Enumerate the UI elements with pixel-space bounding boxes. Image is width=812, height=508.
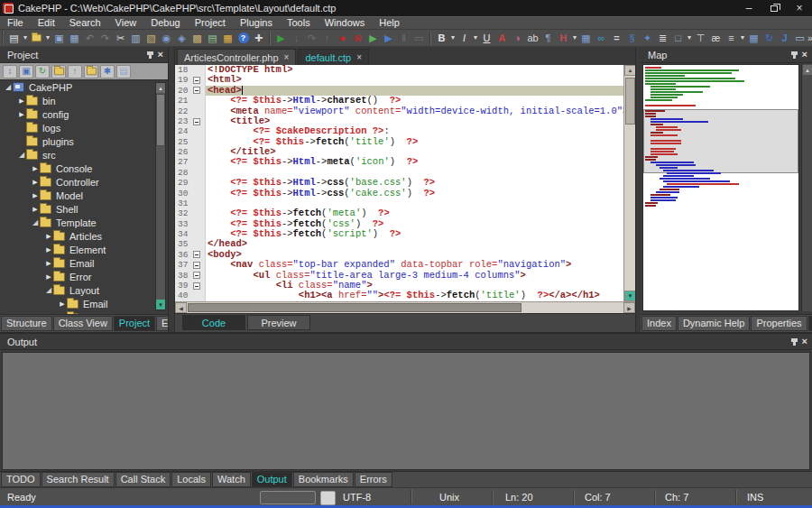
scroll-thumb[interactable] bbox=[188, 303, 521, 312]
tab-index[interactable]: Index bbox=[641, 316, 677, 331]
open-folder-icon[interactable] bbox=[84, 65, 98, 79]
collapse-arrow-icon[interactable]: ◢ bbox=[17, 151, 26, 159]
fold-collapse-icon[interactable] bbox=[193, 251, 200, 258]
run-to-cursor-icon[interactable]: ▶ bbox=[381, 31, 396, 46]
continue-icon[interactable]: ▶ bbox=[365, 31, 381, 46]
find-icon[interactable]: ◉ bbox=[159, 31, 174, 46]
tree-item-error[interactable]: ▶Error bbox=[0, 270, 168, 283]
open-file-icon[interactable] bbox=[29, 31, 44, 46]
help-icon[interactable]: ? bbox=[235, 31, 251, 46]
minimize-button[interactable]: – bbox=[736, 0, 761, 16]
pin-icon[interactable] bbox=[793, 51, 796, 59]
scroll-right-icon[interactable]: ▶ bbox=[623, 302, 635, 313]
save-icon[interactable]: ▣ bbox=[51, 31, 67, 46]
palette-icon[interactable]: ◑ bbox=[510, 31, 525, 46]
code-line-27[interactable]: 27 <?= $this->Html->meta('icon') ?> bbox=[175, 157, 635, 167]
replace-icon[interactable]: ◈ bbox=[174, 31, 189, 46]
paste-icon[interactable]: ▧ bbox=[143, 31, 159, 46]
status-progress-button[interactable] bbox=[320, 491, 336, 505]
tab-properties[interactable]: Properties bbox=[751, 316, 807, 331]
collapse-arrow-icon[interactable]: ◢ bbox=[31, 218, 40, 226]
scroll-up-icon[interactable]: ▲ bbox=[156, 83, 165, 93]
new-file-dropdown-icon[interactable]: ▾ bbox=[22, 31, 29, 46]
open-file-dropdown-icon[interactable]: ▾ bbox=[44, 31, 51, 46]
preview-panel-icon[interactable]: ▭ bbox=[792, 31, 807, 46]
tree-item-template[interactable]: ◢Template bbox=[0, 216, 168, 229]
scroll-left-icon[interactable]: ◀ bbox=[175, 302, 187, 313]
menu-item-project[interactable]: Project bbox=[188, 17, 233, 29]
menu-item-search[interactable]: Search bbox=[62, 17, 108, 29]
expand-arrow-icon[interactable]: ▶ bbox=[31, 206, 40, 213]
menu-item-debug[interactable]: Debug bbox=[143, 17, 187, 29]
horizontal-rule-icon[interactable]: = bbox=[609, 31, 624, 46]
toolbar-grip[interactable] bbox=[2, 32, 4, 44]
code-line-40[interactable]: 40 <h1><a href=""><?= $this->fetch('titl… bbox=[175, 291, 635, 300]
menu-item-file[interactable]: File bbox=[0, 17, 31, 29]
code-text[interactable]: </head> bbox=[206, 239, 635, 249]
close-icon[interactable]: × bbox=[802, 50, 807, 60]
scroll-thumb[interactable] bbox=[625, 78, 635, 125]
tab-watch[interactable]: Watch bbox=[212, 472, 251, 487]
code-area[interactable]: 18<!DOCTYPE html>19<html>20<head>21 <?= … bbox=[175, 65, 635, 301]
expand-arrow-icon[interactable]: ▶ bbox=[17, 111, 26, 118]
tab-output[interactable]: Output bbox=[252, 472, 292, 487]
close-tab-icon[interactable]: × bbox=[356, 52, 362, 62]
tree-scrollbar[interactable]: ▲ ▼ bbox=[155, 82, 166, 310]
tab-class-view[interactable]: Class View bbox=[53, 316, 113, 331]
heading-icon[interactable]: H bbox=[556, 31, 571, 46]
fullscreen-icon[interactable]: ✚ bbox=[251, 31, 266, 46]
collapse-arrow-icon[interactable]: ◢ bbox=[4, 83, 13, 91]
list-dropdown-icon[interactable]: ▾ bbox=[739, 31, 746, 46]
breakpoint-icon[interactable]: ● bbox=[335, 31, 350, 46]
abbr-icon[interactable]: ab bbox=[525, 31, 540, 46]
js-icon[interactable]: J bbox=[777, 31, 792, 46]
tab-errors[interactable]: Errors bbox=[355, 472, 392, 487]
view-tab-code[interactable]: Code bbox=[182, 315, 245, 330]
close-icon[interactable]: × bbox=[802, 337, 807, 346]
code-minimap[interactable] bbox=[642, 64, 799, 311]
tree-item-shell[interactable]: ▶Shell bbox=[0, 202, 168, 216]
new-file-icon[interactable]: ▤ bbox=[6, 31, 22, 46]
fold-collapse-icon[interactable] bbox=[193, 118, 200, 125]
code-text[interactable]: <?= $this->Html->css('cake.css') ?> bbox=[206, 189, 635, 199]
fold-collapse-icon[interactable] bbox=[193, 282, 200, 290]
save-all-icon[interactable]: ▦ bbox=[67, 31, 82, 46]
tab-project[interactable]: Project bbox=[114, 316, 155, 331]
tree-item-console[interactable]: ▶Console bbox=[0, 162, 168, 175]
bold-dropdown-icon[interactable]: ▾ bbox=[449, 31, 457, 46]
tree-item-controller[interactable]: ▶Controller bbox=[0, 175, 168, 189]
parent-folder-icon[interactable]: ↑ bbox=[68, 65, 82, 79]
font-color-icon[interactable]: A bbox=[494, 31, 510, 46]
expand-arrow-icon[interactable]: ▶ bbox=[31, 165, 40, 172]
table-insert-icon[interactable]: ▦ bbox=[746, 31, 761, 46]
layers-icon[interactable]: ≣ bbox=[655, 31, 670, 46]
paragraph-icon[interactable]: ¶ bbox=[540, 31, 556, 46]
expand-arrow-icon[interactable]: ▶ bbox=[44, 246, 53, 254]
refresh-tree-icon[interactable]: ↻ bbox=[35, 65, 50, 79]
tree-item-logs[interactable]: logs bbox=[0, 121, 168, 134]
tab-call-stack[interactable]: Call Stack bbox=[115, 472, 171, 487]
project-settings-icon[interactable]: ✱ bbox=[100, 65, 115, 79]
heading-dropdown-icon[interactable]: ▾ bbox=[571, 31, 578, 46]
menu-item-tools[interactable]: Tools bbox=[280, 17, 318, 29]
code-text[interactable]: <h1><a href=""><?= $this->fetch('title')… bbox=[206, 291, 635, 300]
code-line-19[interactable]: 19<html> bbox=[175, 75, 635, 85]
scroll-down-icon[interactable]: ▼ bbox=[156, 300, 165, 309]
div-icon[interactable]: □ bbox=[670, 31, 686, 46]
remove-breakpoints-icon[interactable]: ⊗ bbox=[350, 31, 365, 46]
div-dropdown-icon[interactable]: ▾ bbox=[686, 31, 693, 46]
menu-item-windows[interactable]: Windows bbox=[318, 17, 373, 29]
map-scrollbar[interactable]: ▲ bbox=[801, 64, 812, 311]
scroll-thumb[interactable] bbox=[156, 94, 165, 146]
tab-bookmarks[interactable]: Bookmarks bbox=[293, 472, 354, 487]
underline-icon[interactable]: U bbox=[479, 31, 494, 46]
view-tab-preview[interactable]: Preview bbox=[247, 315, 310, 330]
menu-item-help[interactable]: Help bbox=[372, 17, 407, 29]
tree-item-articles[interactable]: ▶Articles bbox=[0, 229, 168, 243]
bookmarks-icon[interactable]: ▤ bbox=[205, 31, 220, 46]
editor-horizontal-scrollbar[interactable]: ◀ ▶ bbox=[175, 301, 635, 313]
sync-file-icon[interactable]: ▣ bbox=[19, 65, 33, 79]
refresh-icon[interactable]: ↻ bbox=[761, 31, 777, 46]
expand-arrow-icon[interactable]: ▶ bbox=[44, 233, 53, 240]
toolbar-overflow-icon[interactable]: » bbox=[807, 32, 812, 43]
